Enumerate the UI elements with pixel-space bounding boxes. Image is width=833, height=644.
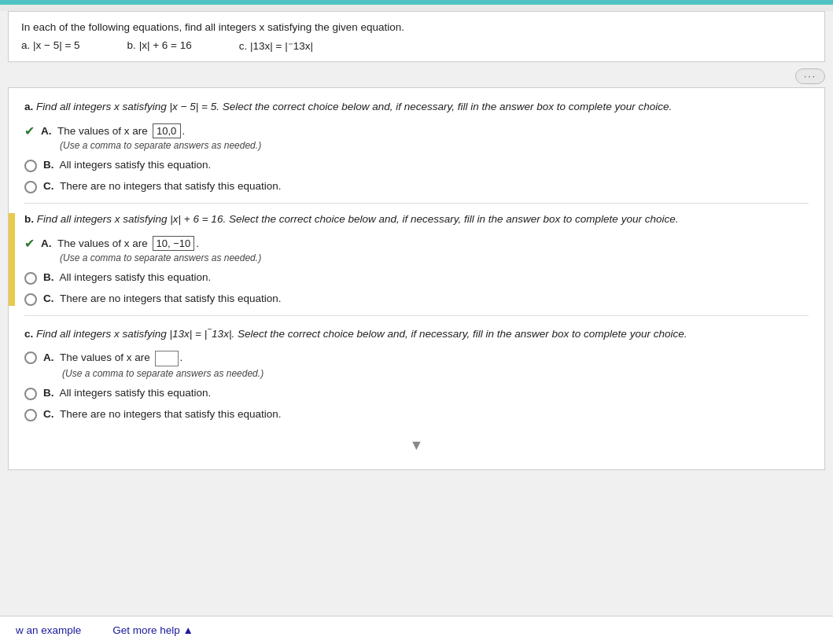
section-c-option-a[interactable]: A. The values of x are . (Use a comma to… — [24, 351, 809, 379]
divider-row: ··· — [8, 65, 825, 87]
checkmark-a-icon: ✔ — [24, 123, 35, 138]
section-c-question: c. Find all integers x satisfying |13x| … — [24, 326, 809, 340]
section-b-radio-c[interactable] — [24, 293, 37, 306]
part-c-header: c. |13x| = |⁻13x| — [239, 39, 313, 52]
problem-header: In each of the following equations, find… — [8, 11, 825, 62]
footer-bar: w an example Get more help ▲ — [0, 616, 833, 644]
get-more-help-link[interactable]: Get more help ▲ — [112, 624, 194, 636]
section-b-note: (Use a comma to separate answers as need… — [60, 252, 261, 263]
section-c: c. Find all integers x satisfying |13x| … — [24, 326, 809, 421]
section-c-option-c[interactable]: C. There are no integers that satisfy th… — [24, 408, 809, 421]
section-b-radio-b[interactable] — [24, 272, 37, 285]
section-c-option-a-content: A. The values of x are . (Use a comma to… — [43, 351, 264, 379]
show-example-link[interactable]: w an example — [16, 624, 81, 636]
section-c-option-b[interactable]: B. All integers satisfy this equation. — [24, 387, 809, 400]
section-b-option-a[interactable]: ✔ A. The values of x are 10, −10. (Use a… — [24, 236, 809, 263]
divider-ab — [24, 203, 809, 204]
section-a-option-a-content: A. The values of x are 10,0. (Use a comm… — [41, 123, 261, 151]
section-a-question: a. Find all integers x satisfying |x − 5… — [24, 101, 809, 112]
section-a-option-b[interactable]: B. All integers satisfy this equation. — [24, 159, 809, 172]
section-b-option-c[interactable]: C. There are no integers that satisfy th… — [24, 293, 809, 306]
part-a-header: a. |x − 5| = 5 — [21, 39, 80, 51]
checkmark-b-icon: ✔ — [24, 236, 35, 251]
section-b-question: b. Find all integers x satisfying |x| + … — [24, 213, 809, 225]
instruction-row: In each of the following equations, find… — [21, 21, 812, 33]
section-c-radio-c[interactable] — [24, 409, 37, 421]
section-a-note: (Use a comma to separate answers as need… — [60, 140, 261, 151]
section-b-answer-box[interactable]: 10, −10 — [153, 236, 195, 251]
section-b: b. Find all integers x satisfying |x| + … — [24, 213, 809, 306]
section-a: a. Find all integers x satisfying |x − 5… — [24, 101, 809, 193]
parts-row: a. |x − 5| = 5 b. |x| + 6 = 16 c. |13x| … — [21, 39, 812, 52]
section-b-option-b[interactable]: B. All integers satisfy this equation. — [24, 271, 809, 285]
top-bar — [0, 0, 833, 5]
main-container: In each of the following equations, find… — [0, 11, 833, 644]
section-c-note: (Use a comma to separate answers as need… — [62, 368, 264, 379]
section-b-option-a-content: A. The values of x are 10, −10. (Use a c… — [41, 236, 261, 263]
yellow-side-tab — [9, 213, 15, 306]
section-c-radio-b[interactable] — [24, 388, 37, 400]
scroll-indicator[interactable]: ▼ — [24, 437, 809, 454]
answer-section: a. Find all integers x satisfying |x − 5… — [8, 87, 825, 470]
instruction-text: In each of the following equations, find… — [21, 21, 404, 33]
section-c-answer-box[interactable] — [155, 351, 179, 366]
part-b-header: b. |x| + 6 = 16 — [127, 39, 192, 51]
section-c-radio-a[interactable] — [24, 351, 37, 364]
scroll-down-icon[interactable]: ▼ — [410, 437, 424, 454]
divider-bc — [24, 315, 809, 316]
section-a-option-c[interactable]: C. There are no integers that satisfy th… — [24, 180, 809, 193]
section-a-option-a[interactable]: ✔ A. The values of x are 10,0. (Use a co… — [24, 123, 809, 151]
more-options-button[interactable]: ··· — [795, 68, 825, 84]
section-a-radio-c[interactable] — [24, 181, 37, 193]
section-a-answer-box[interactable]: 10,0 — [153, 123, 181, 138]
section-a-radio-b[interactable] — [24, 160, 37, 172]
